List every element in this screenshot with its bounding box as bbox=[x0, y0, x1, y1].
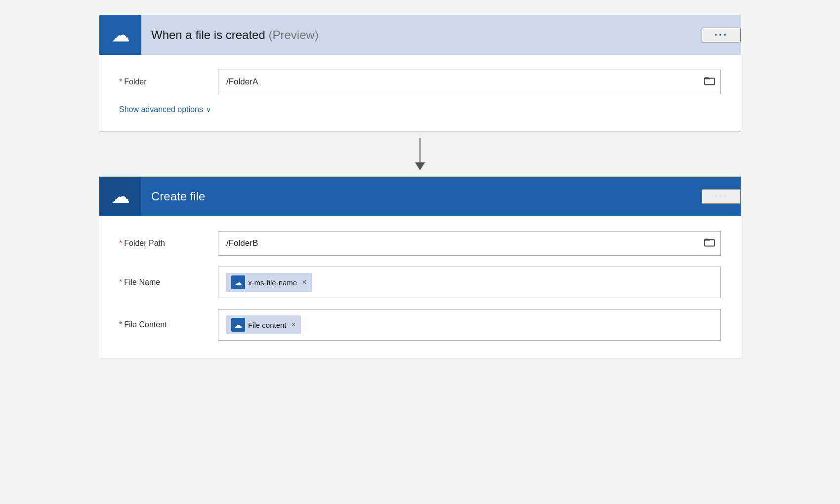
file-name-token-chip: ☁ x-ms-file-name × bbox=[226, 273, 312, 292]
trigger-folder-input-wrapper bbox=[218, 70, 721, 94]
workflow-container: ☁ When a file is created (Preview) ··· *… bbox=[99, 15, 741, 358]
action-file-name-label: *File Name bbox=[119, 278, 218, 287]
trigger-icon-box: ☁ bbox=[99, 15, 141, 55]
show-advanced-link[interactable]: Show advanced options ∨ bbox=[119, 105, 211, 114]
trigger-folder-row: *Folder bbox=[119, 70, 721, 94]
connector-arrow-icon bbox=[415, 162, 425, 170]
file-content-token-cloud-icon: ☁ bbox=[231, 318, 245, 332]
file-name-token-close-button[interactable]: × bbox=[302, 278, 306, 287]
action-file-name-input-wrapper: ☁ x-ms-file-name × bbox=[218, 267, 721, 298]
show-advanced-row: Show advanced options ∨ bbox=[119, 105, 721, 114]
action-folder-path-required-star: * bbox=[119, 239, 122, 247]
action-file-content-token-input[interactable]: ☁ File content × bbox=[218, 309, 721, 341]
chevron-down-icon: ∨ bbox=[206, 106, 211, 114]
file-content-token-close-button[interactable]: × bbox=[292, 320, 296, 329]
trigger-folder-input[interactable] bbox=[218, 70, 721, 94]
svg-rect-0 bbox=[705, 78, 714, 85]
action-folder-icon bbox=[704, 237, 715, 247]
trigger-folder-required-star: * bbox=[119, 78, 122, 86]
action-file-name-required-star: * bbox=[119, 278, 122, 286]
action-menu-button[interactable]: ··· bbox=[702, 189, 741, 204]
action-title: Create file bbox=[141, 190, 702, 203]
trigger-card-body: *Folder Show advanced options ∨ bbox=[99, 55, 741, 131]
action-folder-path-input[interactable] bbox=[218, 231, 721, 256]
action-folder-path-input-wrapper bbox=[218, 231, 721, 256]
file-content-token-label: File content bbox=[248, 321, 287, 329]
action-folder-browse-button[interactable] bbox=[704, 237, 715, 250]
action-file-content-label: *File Content bbox=[119, 320, 218, 329]
action-file-name-row: *File Name ☁ x-ms-file-name × bbox=[119, 267, 721, 298]
trigger-title-text: When a file is created bbox=[151, 28, 265, 41]
trigger-folder-browse-button[interactable] bbox=[704, 76, 715, 88]
file-name-token-label: x-ms-file-name bbox=[248, 278, 297, 287]
flow-connector bbox=[415, 132, 425, 176]
action-file-name-token-input[interactable]: ☁ x-ms-file-name × bbox=[218, 267, 721, 298]
file-content-token-chip: ☁ File content × bbox=[226, 315, 301, 334]
trigger-title: When a file is created (Preview) bbox=[141, 28, 702, 42]
action-card-header: ☁ Create file ··· bbox=[99, 177, 741, 216]
trigger-card: ☁ When a file is created (Preview) ··· *… bbox=[99, 15, 741, 132]
action-folder-path-row: *Folder Path bbox=[119, 231, 721, 256]
show-advanced-label: Show advanced options bbox=[119, 105, 203, 114]
connector-line bbox=[420, 138, 420, 162]
trigger-cloud-icon: ☁ bbox=[111, 26, 130, 44]
action-file-content-row: *File Content ☁ File content × bbox=[119, 309, 721, 341]
trigger-card-header: ☁ When a file is created (Preview) ··· bbox=[99, 15, 741, 55]
trigger-folder-icon bbox=[704, 76, 715, 86]
trigger-menu-button[interactable]: ··· bbox=[702, 28, 741, 42]
action-card: ☁ Create file ··· *Folder Path bbox=[99, 176, 741, 358]
action-icon-box: ☁ bbox=[99, 177, 141, 216]
file-name-token-cloud-icon: ☁ bbox=[231, 275, 245, 289]
trigger-folder-label: *Folder bbox=[119, 78, 218, 86]
action-file-content-input-wrapper: ☁ File content × bbox=[218, 309, 721, 341]
action-folder-path-label: *Folder Path bbox=[119, 239, 218, 248]
action-cloud-icon: ☁ bbox=[111, 187, 130, 206]
svg-rect-1 bbox=[705, 240, 714, 246]
action-file-content-required-star: * bbox=[119, 320, 122, 329]
action-card-body: *Folder Path *File Name bbox=[99, 216, 741, 358]
trigger-preview-label: (Preview) bbox=[268, 28, 318, 41]
